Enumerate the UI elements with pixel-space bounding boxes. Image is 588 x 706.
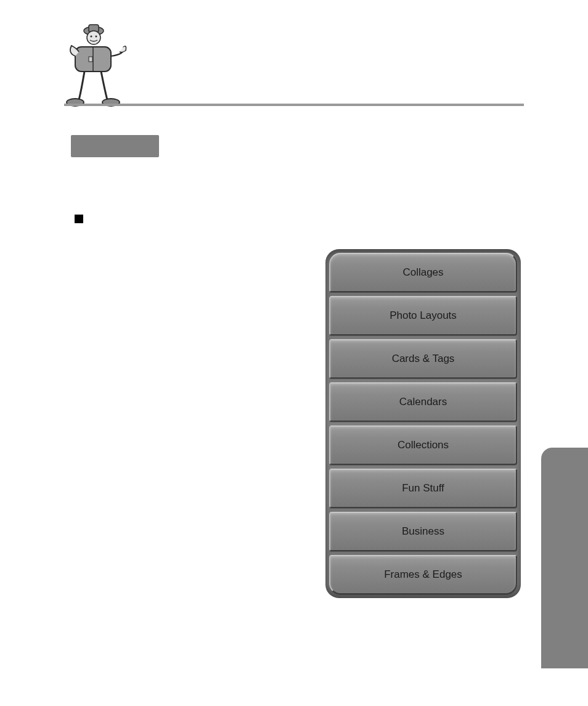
category-button-frames-edges[interactable]: Frames & Edges: [329, 555, 517, 594]
page: Collages Photo Layouts Cards & Tags Cale…: [0, 0, 588, 706]
button-label: Collages: [402, 266, 443, 279]
category-button-collections[interactable]: Collections: [329, 425, 517, 465]
category-button-calendars[interactable]: Calendars: [329, 382, 517, 422]
button-label: Photo Layouts: [390, 310, 457, 322]
button-label: Fun Stuff: [402, 482, 444, 495]
section-badge: [71, 135, 159, 157]
category-button-cards-tags[interactable]: Cards & Tags: [329, 339, 517, 379]
header-divider: [64, 104, 524, 106]
category-button-photo-layouts[interactable]: Photo Layouts: [329, 296, 517, 335]
button-label: Cards & Tags: [392, 353, 455, 365]
svg-point-2: [87, 31, 100, 44]
svg-point-3: [91, 36, 92, 38]
list-bullet: [75, 215, 83, 223]
mascot-illustration: [64, 22, 132, 112]
button-label: Frames & Edges: [384, 568, 462, 581]
button-label: Business: [402, 525, 444, 538]
button-label: Calendars: [399, 396, 447, 408]
category-button-panel: Collages Photo Layouts Cards & Tags Cale…: [325, 249, 521, 598]
svg-point-4: [96, 36, 97, 38]
category-button-business[interactable]: Business: [329, 512, 517, 551]
side-thumb-tab: [541, 448, 588, 668]
category-button-collages[interactable]: Collages: [329, 253, 517, 292]
svg-rect-7: [89, 57, 92, 62]
category-button-fun-stuff[interactable]: Fun Stuff: [329, 469, 517, 508]
button-label: Collections: [398, 439, 449, 451]
